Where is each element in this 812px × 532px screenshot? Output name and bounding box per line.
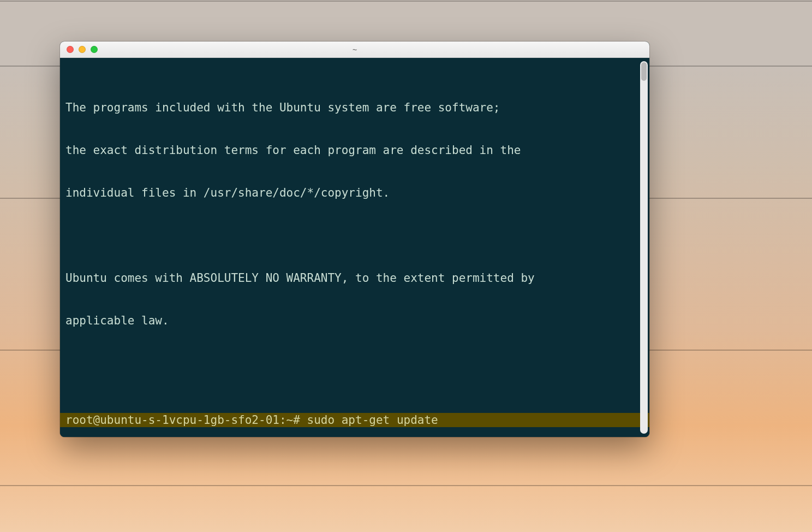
terminal-output[interactable]: The programs included with the Ubuntu sy… <box>60 58 649 437</box>
terminal-window[interactable]: ~ The programs included with the Ubuntu … <box>60 42 649 437</box>
shell-prompt: root@ubuntu-s-1vcpu-1gb-sfo2-01:~# <box>65 413 307 427</box>
scrollbar-track[interactable] <box>640 61 648 434</box>
zoom-icon[interactable] <box>91 46 98 53</box>
shell-command: sudo apt-get update <box>307 413 438 427</box>
terminal-body[interactable]: The programs included with the Ubuntu sy… <box>60 58 649 437</box>
wallpaper-line <box>0 485 812 486</box>
motd-line: The programs included with the Ubuntu sy… <box>60 101 649 115</box>
blank-line <box>60 356 649 370</box>
scrollbar-thumb[interactable] <box>641 62 647 81</box>
close-icon[interactable] <box>67 46 74 53</box>
command-line: root@ubuntu-s-1vcpu-1gb-sfo2-01:~# sudo … <box>60 413 649 427</box>
motd-line: the exact distribution terms for each pr… <box>60 143 649 157</box>
motd-line: applicable law. <box>60 314 649 328</box>
motd-line: Ubuntu comes with ABSOLUTELY NO WARRANTY… <box>60 271 649 285</box>
minimize-icon[interactable] <box>79 46 86 53</box>
desktop-wallpaper: ~ The programs included with the Ubuntu … <box>0 0 812 532</box>
window-controls <box>60 46 98 53</box>
window-title: ~ <box>60 45 649 54</box>
blank-line <box>60 228 649 243</box>
motd-line: individual files in /usr/share/doc/*/cop… <box>60 186 649 200</box>
window-titlebar[interactable]: ~ <box>60 42 649 58</box>
wallpaper-line <box>0 1 812 2</box>
